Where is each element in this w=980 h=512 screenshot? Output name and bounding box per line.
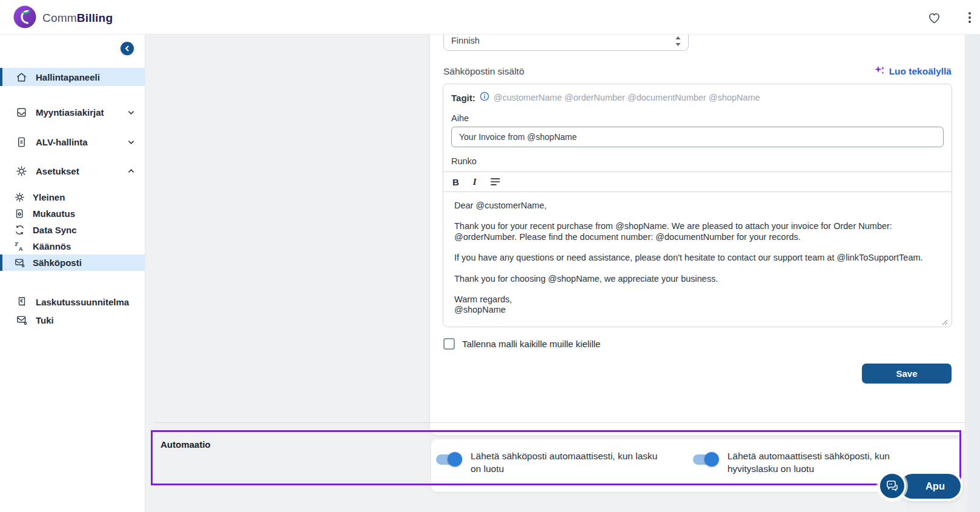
help-button[interactable]: Apu <box>878 472 963 502</box>
gear-icon <box>16 165 27 177</box>
app-bar: CommBilling <box>0 0 980 35</box>
sidebar-item-mukautus[interactable]: Mukautus <box>0 205 145 222</box>
favorites-heart-icon[interactable] <box>926 10 942 25</box>
sales-documents-icon <box>16 107 27 118</box>
select-updown-icon <box>675 36 681 48</box>
receipt-euro-icon: € <box>16 296 27 307</box>
main-content: Finnish Sähköpostin sisältö Luo tekoälyl… <box>145 35 967 512</box>
subject-input[interactable] <box>451 127 944 147</box>
document-gear-icon <box>14 208 25 219</box>
document-icon <box>16 136 27 148</box>
help-button-label: Apu <box>900 474 961 499</box>
sidebar: Hallintapaneeli Myyntiasiakirjat ALV-hal… <box>0 35 145 512</box>
toggle-label: Lähetä automaattisesti sähköposti, kun h… <box>727 450 893 475</box>
language-select[interactable]: Finnish <box>443 35 689 51</box>
sidebar-item-label: Asetukset <box>36 166 79 176</box>
app-screen: CommBilling Hallintapaneeli Myyntiasiaki… <box>0 0 980 512</box>
body-paragraph: Dear @customerName, <box>454 201 941 211</box>
sidebar-item-label: Data Sync <box>33 225 77 235</box>
mail-gear-icon <box>16 314 27 325</box>
checkbox-label: Tallenna malli kaikille muille kielille <box>462 339 600 349</box>
save-all-languages-row: Tallenna malli kaikille muille kielille <box>443 338 600 350</box>
body-signature-line: Warm regards, <box>454 294 941 305</box>
sidebar-item-label: Yleinen <box>33 192 65 202</box>
logo-icon <box>13 5 36 31</box>
toggle-knob <box>448 452 462 467</box>
brand-name: CommBilling <box>42 12 113 25</box>
sidebar-item-laskutussuunnitelma[interactable]: € Laskutussuunnitelma <box>0 293 145 311</box>
save-all-languages-checkbox[interactable] <box>443 338 455 350</box>
gear-icon <box>14 192 25 202</box>
section-divider <box>155 422 965 423</box>
tags-row: Tagit: @customerName @orderNumber @docum… <box>451 91 760 104</box>
sidebar-item-kaannos[interactable]: zA Käännös <box>0 238 145 254</box>
overflow-menu-icon[interactable] <box>962 10 978 25</box>
resize-grip[interactable] <box>941 317 948 324</box>
svg-text:A: A <box>19 246 23 251</box>
ai-link-label: Luo tekoälyllä <box>889 66 952 77</box>
sidebar-item-yleinen[interactable]: Yleinen <box>0 189 145 205</box>
chevron-down-icon <box>128 109 134 116</box>
sidebar-item-label: ALV-hallinta <box>36 137 88 147</box>
sidebar-item-label: Tuki <box>36 315 54 325</box>
auto-send-credit-note-row: Lähetä automaattisesti sähköposti, kun h… <box>693 450 893 475</box>
sidebar-item-label: Käännös <box>33 241 71 251</box>
tags-list: @customerName @orderNumber @documentNumb… <box>494 93 760 102</box>
body-label: Runko <box>451 156 477 166</box>
email-body-editor[interactable]: Dear @customerName, Thank you for your r… <box>443 192 952 327</box>
auto-send-credit-note-toggle[interactable] <box>693 454 717 465</box>
translate-icon: zA <box>14 241 25 251</box>
sidebar-item-data-sync[interactable]: Data Sync <box>0 222 145 238</box>
info-icon[interactable] <box>480 91 489 104</box>
chevron-up-icon <box>128 168 134 175</box>
bold-button[interactable]: B <box>452 178 459 187</box>
body-signature-line: @shopName <box>454 305 941 315</box>
body-paragraph: Thank you for your recent purchase from … <box>454 221 941 242</box>
auto-send-invoice-toggle[interactable] <box>436 454 460 465</box>
home-icon <box>16 71 27 83</box>
save-button[interactable]: Save <box>862 364 952 384</box>
subject-label: Aihe <box>451 113 469 123</box>
sidebar-collapse-button[interactable] <box>121 42 134 55</box>
auto-send-invoice-row: Lähetä sähköposti automaattisesti, kun l… <box>436 450 659 475</box>
toggle-label: Lähetä sähköposti automaattisesti, kun l… <box>471 450 659 475</box>
sidebar-item-tuki[interactable]: Tuki <box>0 311 145 329</box>
sidebar-item-label: Sähköposti <box>33 258 82 268</box>
sidebar-item-asetukset[interactable]: Asetukset <box>0 162 145 180</box>
chevron-down-icon <box>128 139 134 145</box>
generate-with-ai-button[interactable]: Luo tekoälyllä <box>875 65 952 78</box>
language-select-value: Finnish <box>451 36 480 45</box>
chat-bubbles-icon <box>878 472 906 500</box>
align-left-button[interactable] <box>491 178 500 186</box>
body-paragraph: If you have any questions or need assist… <box>454 253 941 263</box>
section-title: Sähköpostin sisältö <box>443 66 525 77</box>
svg-text:€: € <box>19 298 23 304</box>
sidebar-item-sahkoposti[interactable]: Sähköposti <box>0 254 145 271</box>
toggle-knob <box>704 452 719 467</box>
section-header-row: Sähköpostin sisältö Luo tekoälyllä <box>443 65 952 78</box>
sidebar-item-myyntiasiakirjat[interactable]: Myyntiasiakirjat <box>0 103 145 121</box>
sync-icon <box>14 225 25 235</box>
sidebar-item-alv-hallinta[interactable]: ALV-hallinta <box>0 133 145 151</box>
email-template-card: Finnish Sähköpostin sisältö Luo tekoälyl… <box>430 35 965 435</box>
automation-title: Automaatio <box>161 439 211 450</box>
mail-gear-icon <box>14 258 25 268</box>
template-form-box: Tagit: @customerName @orderNumber @docum… <box>443 84 952 327</box>
sidebar-item-label: Myyntiasiakirjat <box>36 107 104 118</box>
editor-toolbar: B I <box>443 171 952 192</box>
scrollbar-track[interactable] <box>967 35 980 512</box>
italic-button[interactable]: I <box>473 178 477 187</box>
tags-label: Tagit: <box>451 93 475 103</box>
sidebar-item-label: Hallintapaneeli <box>36 72 100 82</box>
sidebar-item-hallintapaneeli[interactable]: Hallintapaneeli <box>0 68 145 86</box>
sidebar-item-label: Laskutussuunnitelma <box>36 297 129 307</box>
body-paragraph: Thank you for choosing @shopName, we app… <box>454 274 941 284</box>
brand-logo: CommBilling <box>13 5 113 31</box>
sparkles-icon <box>875 65 885 78</box>
sidebar-item-label: Mukautus <box>33 208 75 219</box>
